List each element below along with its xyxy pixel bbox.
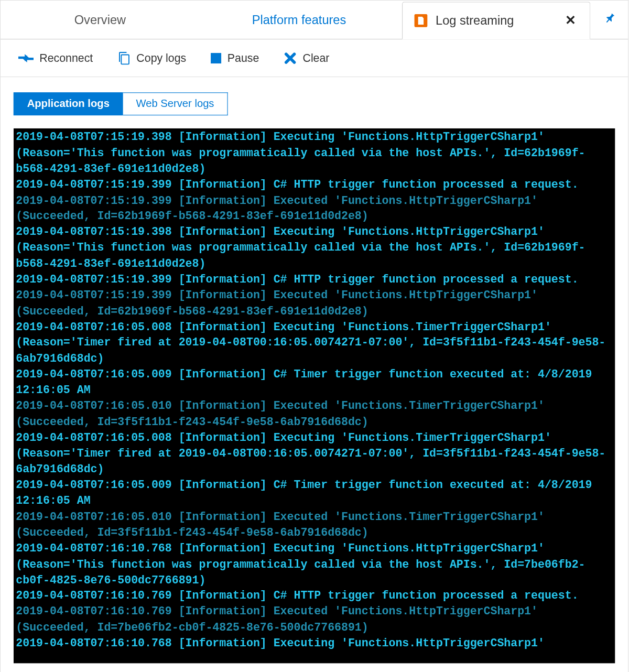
copy-icon [117,51,131,65]
pause-button[interactable]: Pause [211,51,259,64]
tab-application-logs[interactable]: Application logs [14,92,123,115]
tab-overview[interactable]: Overview [1,1,200,39]
clear-label: Clear [302,51,329,64]
clear-button[interactable]: Clear [284,51,330,64]
app-frame: Overview Platform features Log streaming… [0,0,628,672]
log-line: 2019-04-08T07:15:19.399 [Information] Ex… [16,288,613,319]
tab-web-server-logs-label: Web Server logs [136,97,214,109]
reconnect-button[interactable]: Reconnect [18,51,93,64]
log-line: 2019-04-08T07:15:19.398 [Information] Ex… [16,129,613,177]
svg-rect-0 [121,55,129,64]
copy-logs-button[interactable]: Copy logs [117,51,186,65]
log-line: 2019-04-08T07:15:19.398 [Information] Ex… [16,224,613,272]
log-console[interactable]: 2019-04-08T07:15:19.398 [Information] Ex… [14,128,615,664]
reconnect-label: Reconnect [39,51,93,64]
tab-overview-label: Overview [74,13,126,27]
content-area: Application logs Web Server logs 2019-04… [1,77,628,672]
pin-area [590,1,628,39]
pause-icon [211,53,221,63]
tab-platform-features[interactable]: Platform features [200,1,399,39]
reconnect-icon [18,52,34,63]
tab-platform-label: Platform features [252,13,346,27]
log-line: 2019-04-08T07:15:19.399 [Information] Ex… [16,193,613,224]
pause-label: Pause [227,51,259,64]
log-line: 2019-04-08T07:16:05.008 [Information] Ex… [16,430,613,478]
clear-icon [284,51,297,64]
log-line: 2019-04-08T07:15:19.399 [Information] C#… [16,177,613,193]
console-wrap: 2019-04-08T07:15:19.398 [Information] Ex… [14,128,615,664]
top-tabs: Overview Platform features Log streaming… [1,1,628,39]
log-line: 2019-04-08T07:16:05.008 [Information] Ex… [16,319,613,367]
svg-rect-1 [211,53,221,63]
tab-log-streaming[interactable]: Log streaming ✕ [402,2,590,39]
pin-icon[interactable] [599,9,620,30]
close-icon[interactable]: ✕ [563,13,578,28]
log-line: 2019-04-08T07:16:10.768 [Information] Ex… [16,636,613,652]
log-line: 2019-04-08T07:16:10.769 [Information] Ex… [16,604,613,635]
log-line: 2019-04-08T07:15:19.399 [Information] C#… [16,272,613,288]
log-line: 2019-04-08T07:16:10.769 [Information] C#… [16,588,613,604]
log-type-tabs: Application logs Web Server logs [14,92,615,115]
log-line: 2019-04-08T07:16:05.010 [Information] Ex… [16,509,613,540]
function-app-icon [415,14,428,27]
tab-log-streaming-label: Log streaming [436,14,555,28]
log-line: 2019-04-08T07:16:05.009 [Information] C#… [16,367,613,398]
copy-label: Copy logs [136,51,186,64]
tab-web-server-logs[interactable]: Web Server logs [123,92,228,115]
log-line: 2019-04-08T07:16:05.009 [Information] C#… [16,478,613,509]
toolbar: Reconnect Copy logs Pause Clear [1,39,628,77]
tab-application-logs-label: Application logs [27,97,110,109]
log-line: 2019-04-08T07:16:05.010 [Information] Ex… [16,398,613,430]
log-line: 2019-04-08T07:16:10.768 [Information] Ex… [16,541,613,589]
